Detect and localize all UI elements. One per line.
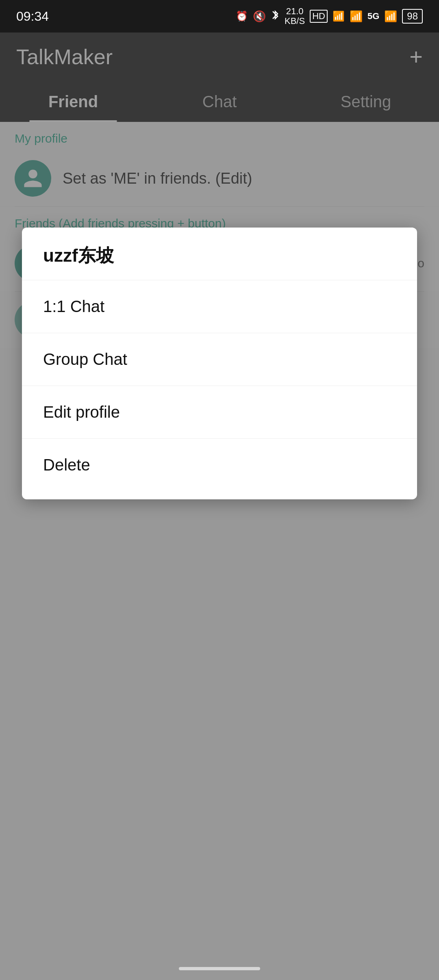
status-icons: ⏰ 🔇 21.0KB/S HD 📶 📶 5G 📶 98: [236, 7, 423, 26]
overlay-dim: [0, 33, 439, 980]
context-menu-username: uzzf东坡: [22, 244, 417, 280]
context-item-group-chat[interactable]: Group Chat: [22, 333, 417, 386]
status-time: 09:34: [16, 9, 49, 24]
battery-level: 98: [407, 11, 418, 22]
home-indicator: [179, 967, 260, 970]
alarm-icon: ⏰: [236, 11, 248, 22]
context-item-delete[interactable]: Delete: [22, 439, 417, 491]
signal-icon-2: 📶: [384, 10, 397, 23]
speed-text: 21.0KB/S: [285, 7, 305, 26]
signal-icon-1: 📶: [350, 10, 363, 23]
status-bar: 09:34 ⏰ 🔇 21.0KB/S HD 📶 📶 5G 📶 98: [0, 0, 439, 33]
context-item-edit-profile[interactable]: Edit profile: [22, 386, 417, 438]
hd-badge: HD: [310, 10, 328, 23]
context-menu: uzzf东坡 1:1 Chat Group Chat Edit profile …: [22, 228, 417, 499]
wifi-icon: 📶: [333, 11, 345, 22]
bluetooth-icon: [271, 9, 280, 24]
signal-5g-icon: 5G: [367, 11, 379, 22]
context-item-1-1-chat[interactable]: 1:1 Chat: [22, 280, 417, 333]
mute-icon: 🔇: [253, 10, 266, 23]
battery-icon: 98: [402, 9, 423, 24]
